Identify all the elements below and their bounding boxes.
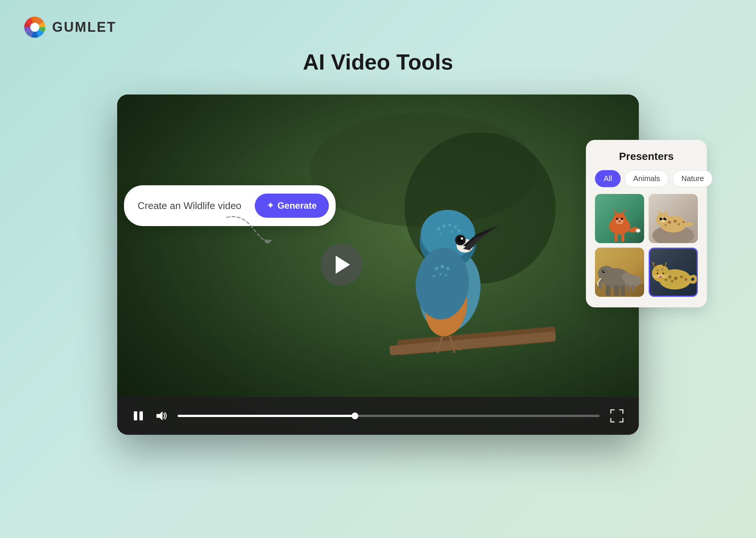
svg-point-64 <box>662 217 663 219</box>
svg-point-49 <box>618 220 621 223</box>
gumlet-logo-icon <box>23 15 47 39</box>
svg-rect-38 <box>139 411 143 420</box>
svg-point-26 <box>441 265 444 268</box>
filter-tab-all[interactable]: All <box>595 170 621 187</box>
svg-point-14 <box>454 225 457 228</box>
presenter-elephants[interactable] <box>595 248 644 297</box>
svg-point-90 <box>665 278 668 281</box>
svg-rect-73 <box>606 285 611 296</box>
svg-line-34 <box>438 347 438 352</box>
play-icon <box>336 256 350 274</box>
header: GUMLET <box>23 15 116 39</box>
filter-tabs: All Animals Nature <box>595 170 698 187</box>
presenters-title: Presenters <box>595 150 698 163</box>
svg-rect-81 <box>632 285 635 291</box>
svg-point-92 <box>662 268 664 271</box>
page-title: AI Video Tools <box>303 49 453 74</box>
svg-point-21 <box>461 237 463 240</box>
svg-point-95 <box>657 272 659 274</box>
progress-fill <box>178 415 355 417</box>
svg-marker-39 <box>156 411 163 420</box>
svg-rect-37 <box>134 411 137 420</box>
svg-point-88 <box>685 278 688 281</box>
svg-point-1 <box>30 23 39 32</box>
fullscreen-button[interactable] <box>610 409 624 423</box>
svg-point-27 <box>446 267 449 270</box>
svg-point-15 <box>458 229 461 232</box>
progress-bar[interactable] <box>178 415 600 417</box>
pause-button[interactable] <box>132 410 144 422</box>
video-player <box>117 95 639 435</box>
svg-rect-51 <box>615 234 618 242</box>
svg-rect-52 <box>621 234 624 242</box>
svg-point-65 <box>665 217 666 219</box>
svg-point-89 <box>671 280 674 283</box>
presenter-fox[interactable] <box>595 194 644 243</box>
svg-point-11 <box>437 227 440 230</box>
svg-point-87 <box>680 276 683 279</box>
svg-point-85 <box>668 275 672 279</box>
svg-point-61 <box>665 224 667 226</box>
svg-point-12 <box>443 225 446 228</box>
svg-point-86 <box>674 276 678 280</box>
volume-button[interactable] <box>155 410 167 422</box>
svg-point-29 <box>439 273 442 275</box>
svg-point-57 <box>668 221 671 224</box>
progress-thumb <box>352 412 358 419</box>
filter-tab-nature[interactable]: Nature <box>672 170 713 187</box>
generate-button-label: Generate <box>277 200 317 211</box>
sparkle-icon: ✦ <box>267 201 274 211</box>
svg-point-66 <box>661 220 665 223</box>
svg-point-13 <box>448 223 451 226</box>
svg-point-96 <box>663 272 665 274</box>
play-button[interactable] <box>321 244 362 285</box>
svg-point-50 <box>636 229 640 233</box>
svg-point-100 <box>659 276 662 278</box>
svg-line-36 <box>454 347 454 352</box>
svg-point-28 <box>433 275 435 277</box>
video-background <box>117 95 639 435</box>
dashed-arrow <box>219 210 280 255</box>
image-grid <box>595 194 698 297</box>
svg-point-91 <box>657 269 659 271</box>
svg-point-59 <box>678 223 680 225</box>
svg-point-77 <box>604 271 605 272</box>
svg-point-58 <box>674 220 677 223</box>
svg-rect-80 <box>626 285 629 291</box>
logo-text: GUMLET <box>52 19 116 35</box>
presenters-panel: Presenters All Animals Nature <box>586 140 707 307</box>
svg-point-47 <box>616 218 618 220</box>
presenter-cheetah[interactable] <box>649 194 698 243</box>
svg-point-17 <box>451 230 453 233</box>
svg-point-79 <box>622 273 632 282</box>
svg-point-16 <box>439 233 442 235</box>
svg-point-30 <box>445 274 447 276</box>
svg-rect-74 <box>614 285 619 296</box>
filter-tab-animals[interactable]: Animals <box>624 170 669 187</box>
svg-rect-75 <box>621 285 625 296</box>
svg-point-25 <box>435 267 438 270</box>
svg-point-97 <box>658 273 658 273</box>
presenter-leopard[interactable] <box>649 248 698 297</box>
svg-point-98 <box>663 273 664 273</box>
svg-point-60 <box>682 221 685 223</box>
svg-point-48 <box>621 218 623 220</box>
controls-bar <box>117 397 639 435</box>
